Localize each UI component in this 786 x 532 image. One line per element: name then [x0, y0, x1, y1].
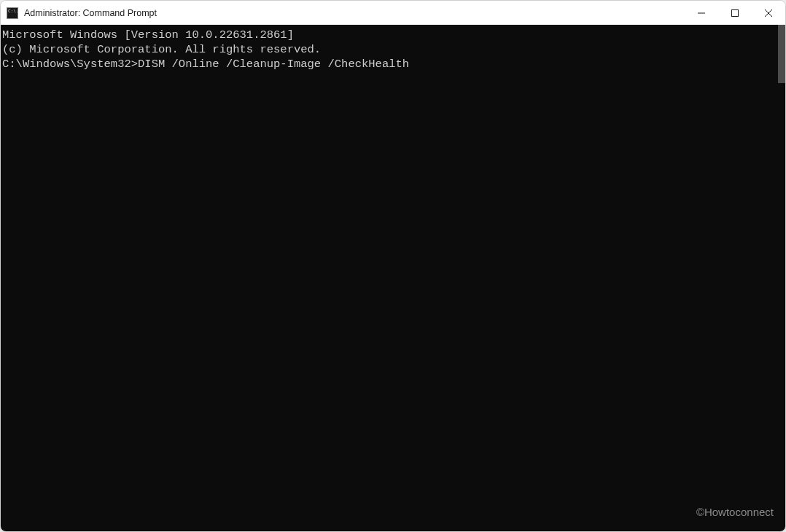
terminal-prompt: C:\Windows\System32>: [2, 58, 138, 71]
window-title: Administrator: Command Prompt: [24, 8, 685, 18]
terminal-line: Microsoft Windows [Version 10.0.22631.28…: [2, 28, 784, 42]
terminal-command: DISM /Online /Cleanup-Image /CheckHealth: [138, 58, 409, 71]
scrollbar-thumb[interactable]: [778, 25, 785, 83]
terminal-line: (c) Microsoft Corporation. All rights re…: [2, 42, 784, 57]
terminal-output[interactable]: Microsoft Windows [Version 10.0.22631.28…: [1, 25, 785, 531]
cmd-icon: [7, 7, 18, 19]
minimize-button[interactable]: [685, 1, 718, 25]
watermark-text: ©Howtoconnect: [696, 505, 774, 520]
svg-rect-1: [732, 9, 739, 16]
window-controls: [685, 1, 785, 25]
maximize-button[interactable]: [718, 1, 752, 25]
terminal-prompt-line: C:\Windows\System32>DISM /Online /Cleanu…: [2, 57, 784, 71]
titlebar[interactable]: Administrator: Command Prompt: [1, 1, 785, 25]
close-button[interactable]: [752, 1, 785, 25]
command-prompt-window: Administrator: Command Prompt Microsoft …: [0, 0, 786, 532]
